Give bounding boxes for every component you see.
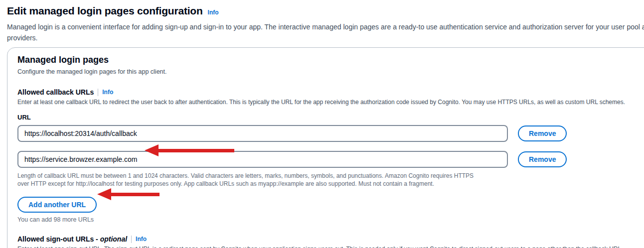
signout-urls-info-link[interactable]: Info: [136, 236, 147, 243]
signout-urls-label: Allowed sign-out URLs - optional: [17, 235, 127, 243]
callback-url-input-2[interactable]: [17, 151, 508, 168]
callback-url-row: Remove: [17, 151, 644, 168]
page-title-info-link[interactable]: Info: [208, 9, 219, 16]
callback-url-input-1[interactable]: [17, 125, 508, 142]
callback-urls-label: Allowed callback URLs: [17, 88, 94, 96]
url-column-label: URL: [17, 114, 644, 121]
signout-urls-description: Enter at least one sign-out URL. The sig…: [17, 246, 644, 248]
panel-title: Managed login pages: [17, 55, 644, 65]
page-header: Edit managed login pages configuration I…: [0, 0, 644, 43]
optional-suffix: optional: [100, 235, 127, 243]
callback-url-row: Remove: [17, 125, 644, 142]
remove-url-button-2[interactable]: Remove: [518, 151, 567, 167]
add-another-url-button[interactable]: Add another URL: [17, 197, 97, 213]
remove-url-button-1[interactable]: Remove: [518, 125, 567, 141]
label-info-divider: [98, 89, 98, 96]
panel-description: Configure the managed login pages for th…: [17, 68, 644, 75]
callback-urls-description: Enter at least one callback URL to redir…: [17, 99, 644, 106]
signout-urls-header: Allowed sign-out URLs - optional Info: [17, 235, 644, 243]
edit-managed-login-page: { "page": { "title": "Edit managed login…: [0, 0, 644, 248]
managed-login-pages-panel: Managed login pages Configure the manage…: [7, 47, 644, 248]
label-info-divider: [131, 236, 132, 243]
callback-urls-header: Allowed callback URLs Info: [17, 88, 644, 96]
callback-url-constraint-text: Length of callback URL must be between 1…: [17, 172, 486, 188]
page-description: Managed login is a convenient interface …: [7, 21, 644, 43]
remaining-urls-note: You can add 98 more URLs: [17, 216, 644, 223]
callback-urls-info-link[interactable]: Info: [102, 89, 113, 96]
page-title: Edit managed login pages configuration: [7, 5, 203, 17]
